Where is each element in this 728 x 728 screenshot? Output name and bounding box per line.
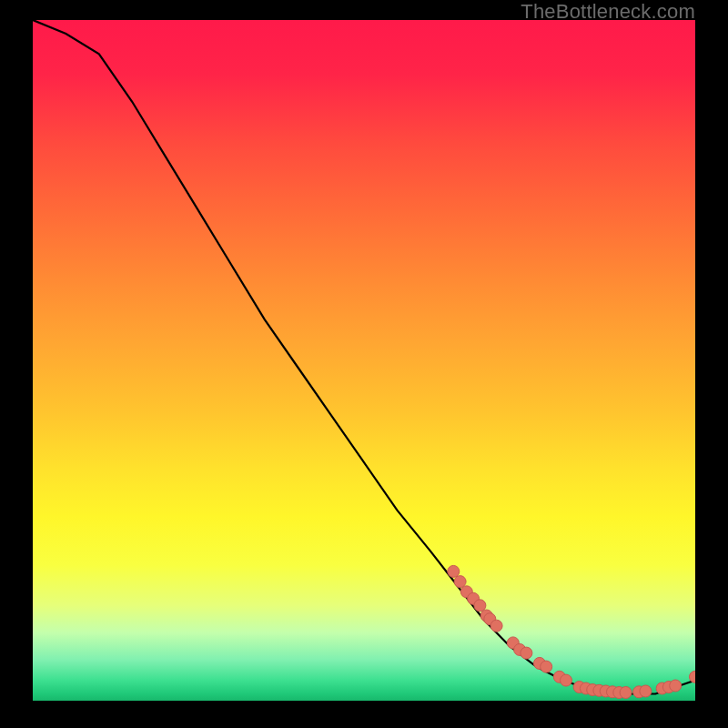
curve-path (33, 20, 695, 694)
data-marker (561, 674, 572, 686)
data-marker (620, 687, 632, 699)
data-marker (640, 685, 652, 697)
curve-layer (33, 20, 695, 701)
plot-area (33, 20, 695, 701)
data-marker (521, 647, 532, 659)
data-marker (541, 661, 552, 672)
data-marker (454, 576, 466, 588)
chart-frame: TheBottleneck.com (0, 0, 728, 728)
data-marker (490, 620, 502, 632)
data-marker (670, 680, 682, 692)
data-marker (474, 600, 486, 612)
data-marker (448, 565, 460, 577)
marker-group (448, 565, 695, 698)
